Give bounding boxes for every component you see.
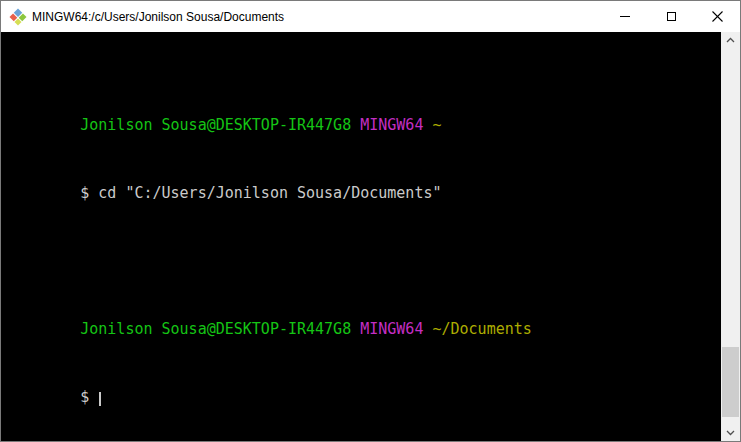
- command-text: $ cd "C:/Users/Jonilson Sousa/Documents": [80, 184, 441, 202]
- scroll-up-button[interactable]: [721, 32, 740, 49]
- prompt-user-host: Jonilson Sousa@DESKTOP-IR447G8: [80, 116, 351, 134]
- prompt-env: MINGW64: [351, 116, 423, 134]
- prompt-path: ~/Documents: [423, 320, 531, 338]
- terminal-output-area[interactable]: Jonilson Sousa@DESKTOP-IR447G8 MINGW64 ~…: [1, 32, 721, 441]
- caption-buttons: [602, 1, 740, 32]
- vertical-scrollbar[interactable]: [721, 32, 740, 441]
- prompt-env: MINGW64: [351, 320, 423, 338]
- maximize-button[interactable]: [648, 1, 694, 32]
- chevron-down-icon: [726, 428, 735, 437]
- titlebar[interactable]: MINGW64:/c/Users/Jonilson Sousa/Document…: [1, 1, 740, 32]
- terminal-command-line: $ cd "C:/Users/Jonilson Sousa/Documents": [8, 168, 721, 185]
- terminal-cursor: [99, 392, 101, 406]
- maximize-icon: [667, 12, 676, 21]
- prompt-user-host: Jonilson Sousa@DESKTOP-IR447G8: [80, 320, 351, 338]
- close-icon: [712, 11, 723, 22]
- minimize-icon: [620, 16, 630, 17]
- terminal-prompt-line: Jonilson Sousa@DESKTOP-IR447G8 MINGW64 ~: [8, 100, 721, 117]
- window-title: MINGW64:/c/Users/Jonilson Sousa/Document…: [32, 10, 602, 24]
- scroll-down-button[interactable]: [721, 424, 740, 441]
- chevron-up-icon: [726, 36, 735, 45]
- close-button[interactable]: [694, 1, 740, 32]
- terminal-input-line: $: [8, 372, 721, 389]
- scrollbar-thumb[interactable]: [722, 347, 739, 417]
- scrollbar-track[interactable]: [721, 49, 740, 424]
- terminal-prompt-line: Jonilson Sousa@DESKTOP-IR447G8 MINGW64 ~…: [8, 304, 721, 321]
- git-bash-window: MINGW64:/c/Users/Jonilson Sousa/Document…: [0, 0, 741, 442]
- terminal-blank-line: [8, 236, 721, 253]
- prompt-dollar: $: [80, 388, 98, 406]
- git-bash-app-icon: [10, 9, 26, 25]
- prompt-path: ~: [423, 116, 441, 134]
- minimize-button[interactable]: [602, 1, 648, 32]
